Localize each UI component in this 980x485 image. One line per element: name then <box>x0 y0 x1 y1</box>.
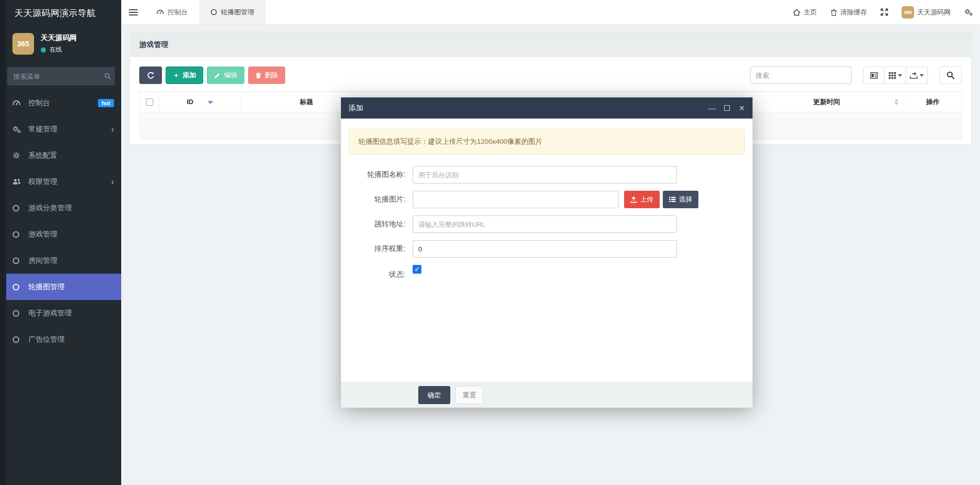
sidebar-item-label: 广告位管理 <box>28 335 114 344</box>
image-label: 轮播图片: <box>349 195 405 204</box>
search-icon[interactable] <box>104 73 111 80</box>
add-carousel-modal: 添加 — ✕ 轮播图信息填写提示：建议上传尺寸为1200x400像素的图片 轮播… <box>341 97 753 408</box>
form-row-image: 轮播图片: 上传 选择 <box>349 191 745 208</box>
sidebar-item-system-config[interactable]: 系统配置 <box>0 142 121 169</box>
user-panel: 365 天天源码网 在线 <box>0 26 121 62</box>
sidebar-item-carousel-mgmt[interactable]: 轮播图管理 <box>0 274 121 300</box>
tab-label: 轮播图管理 <box>221 8 254 17</box>
form-row-name: 轮播图名称: <box>349 166 745 183</box>
alert-message: 轮播图信息填写提示：建议上传尺寸为1200x400像素的图片 <box>349 129 745 155</box>
sidebar-item-game-mgmt[interactable]: 游戏管理 <box>0 221 121 247</box>
settings-menu[interactable] <box>964 8 973 16</box>
clear-cache-button[interactable]: 清除缓存 <box>830 8 867 17</box>
minimize-icon[interactable]: — <box>708 105 715 112</box>
confirm-button[interactable]: 确定 <box>418 386 450 404</box>
choose-button[interactable]: 选择 <box>663 191 698 208</box>
sort-down-icon <box>208 101 213 104</box>
chevron-left-icon: ‹ <box>111 177 114 187</box>
gears-icon <box>964 8 973 16</box>
circle-icon <box>12 283 24 291</box>
sidebar-item-game-category[interactable]: 游戏分类管理 <box>0 195 121 221</box>
hamburger-menu-icon[interactable] <box>121 0 145 24</box>
chevron-left-icon: ‹ <box>111 125 114 134</box>
sidebar-item-dashboard[interactable]: 控制台 hot <box>0 90 121 116</box>
modal-footer: 确定 重置 <box>341 382 753 408</box>
sidebar-item-permission-mgmt[interactable]: 权限管理 ‹ <box>0 169 121 195</box>
sidebar-item-label: 常规管理 <box>28 125 111 134</box>
sort-weight-input[interactable] <box>413 240 677 258</box>
avatar: 365 <box>902 6 914 19</box>
table-header-id[interactable]: ID <box>159 92 241 112</box>
add-button-label: 添加 <box>183 71 196 80</box>
sidebar-menu: 控制台 hot 常规管理 ‹ 系统配置 权限管理 ‹ 游戏分类管理 <box>0 90 121 353</box>
delete-button[interactable]: 删除 <box>248 66 285 84</box>
tachometer-icon <box>12 99 24 107</box>
sidebar-item-slot-game-mgmt[interactable]: 电子游戏管理 <box>0 300 121 326</box>
add-button[interactable]: ＋ 添加 <box>166 66 203 84</box>
modal-header[interactable]: 添加 — ✕ <box>341 97 753 119</box>
sidebar: 天天源码网演示导航 365 天天源码网 在线 控制台 hot <box>0 0 121 485</box>
expand-icon <box>880 8 888 16</box>
user-status-label: 在线 <box>50 45 62 54</box>
sidebar-item-room-mgmt[interactable]: 房间管理 <box>0 247 121 274</box>
topbar-right: 主页 清除缓存 365 天天源码网 <box>793 0 980 24</box>
select-all-cell <box>140 92 159 112</box>
page-title: 游戏管理 <box>129 32 972 57</box>
toggle-view-button[interactable] <box>863 66 885 84</box>
refresh-button[interactable] <box>139 66 162 84</box>
choose-button-label: 选择 <box>679 195 692 204</box>
user-menu[interactable]: 365 天天源码网 <box>902 6 951 19</box>
name-label: 轮播图名称: <box>349 170 405 179</box>
sidebar-item-label: 游戏管理 <box>28 230 114 239</box>
sidebar-search <box>7 67 115 86</box>
table-header-actions: 操作 <box>904 92 962 112</box>
list-icon <box>669 196 676 203</box>
sidebar-item-label: 电子游戏管理 <box>28 309 114 318</box>
tab-carousel-mgmt[interactable]: 轮播图管理 <box>199 0 266 24</box>
close-icon[interactable]: ✕ <box>739 105 745 112</box>
table-header-updated[interactable]: 更新时间 <box>749 92 904 112</box>
upload-icon <box>630 196 637 203</box>
sidebar-item-general-mgmt[interactable]: 常规管理 ‹ <box>0 116 121 142</box>
modal-title: 添加 <box>349 104 363 113</box>
hot-badge: hot <box>98 99 114 107</box>
sidebar-search-input[interactable] <box>13 73 104 80</box>
home-icon <box>793 9 801 16</box>
redirect-url-input[interactable] <box>413 215 677 233</box>
sidebar-edge-strip <box>0 0 6 485</box>
upload-button[interactable]: 上传 <box>624 191 660 208</box>
status-label: 状态: <box>349 265 405 279</box>
fullscreen-toggle[interactable] <box>880 8 888 16</box>
trash-icon <box>255 72 262 79</box>
carousel-image-input[interactable] <box>413 191 619 208</box>
form-row-status: 状态: ✓ <box>349 265 745 279</box>
search-button[interactable] <box>939 66 962 84</box>
topbar-user-name: 天天源码网 <box>917 8 951 17</box>
carousel-name-input[interactable] <box>413 166 677 183</box>
status-checkbox[interactable]: ✓ <box>413 265 421 274</box>
nav-tabs: 控制台 轮播图管理 <box>145 0 266 24</box>
select-all-checkbox[interactable] <box>146 98 153 106</box>
sidebar-item-ad-slot-mgmt[interactable]: 广告位管理 <box>0 326 121 353</box>
user-name: 天天源码网 <box>41 34 77 43</box>
circle-icon <box>210 9 217 15</box>
table-toolbar: ＋ 添加 编辑 删除 <box>139 66 962 84</box>
online-dot-icon <box>41 47 46 53</box>
sidebar-item-label: 权限管理 <box>28 177 111 187</box>
delete-button-label: 删除 <box>265 71 278 80</box>
circle-icon <box>12 257 24 264</box>
users-icon <box>12 178 24 186</box>
edit-button[interactable]: 编辑 <box>207 66 244 84</box>
sort-icons <box>894 99 899 105</box>
home-link[interactable]: 主页 <box>793 8 817 17</box>
export-dropdown-button[interactable] <box>906 66 928 84</box>
circle-icon <box>12 205 24 212</box>
reset-button[interactable]: 重置 <box>455 386 483 404</box>
edit-button-label: 编辑 <box>224 71 237 80</box>
maximize-icon[interactable] <box>724 105 730 111</box>
tab-dashboard[interactable]: 控制台 <box>145 0 199 24</box>
caret-down-icon <box>920 74 924 77</box>
table-search-input[interactable] <box>750 66 852 84</box>
gear-icon <box>12 152 24 159</box>
columns-dropdown-button[interactable] <box>885 66 906 84</box>
